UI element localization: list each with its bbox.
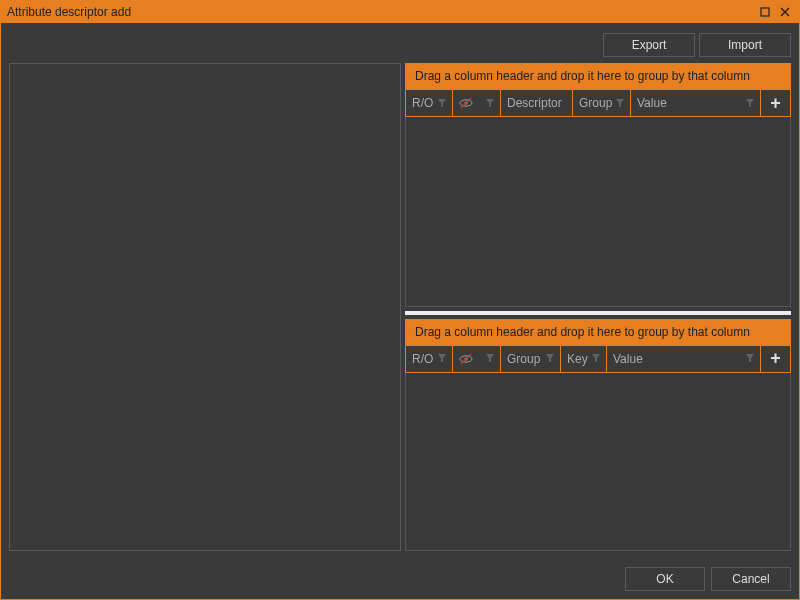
grid-body-bottom[interactable] [405,373,791,551]
close-button[interactable] [777,4,793,20]
filter-icon[interactable] [486,98,494,109]
content-area: Drag a column header and drop it here to… [1,63,799,559]
col-label: Group [507,352,540,366]
group-by-bar-top[interactable]: Drag a column header and drop it here to… [405,63,791,89]
col-label: Value [637,96,667,110]
descriptor-grid: Drag a column header and drop it here to… [405,63,791,307]
add-row-button[interactable]: + [761,89,791,117]
eye-slash-icon [459,96,473,110]
left-tree-panel[interactable] [9,63,401,551]
keyvalue-grid: Drag a column header and drop it here to… [405,319,791,551]
filter-icon[interactable] [546,353,554,364]
svg-marker-8 [616,99,624,107]
col-header-hidden[interactable] [453,89,501,117]
dialog-window: Attribute descriptor add Export Import D… [0,0,800,600]
col-header-group[interactable]: Group [573,89,631,117]
grid-header-row: R/O [405,345,791,373]
col-label: Group [579,96,612,110]
col-label: Key [567,352,588,366]
grid-header-row: R/O [405,89,791,117]
svg-marker-16 [592,354,600,362]
col-header-ro[interactable]: R/O [405,89,453,117]
filter-icon[interactable] [438,98,446,109]
col-header-descriptor[interactable]: Descriptor [501,89,573,117]
close-icon [780,7,790,17]
dialog-footer: OK Cancel [1,559,799,599]
col-label: R/O [412,352,433,366]
maximize-icon [760,7,770,17]
svg-marker-10 [438,354,446,362]
right-panel: Drag a column header and drop it here to… [405,63,791,551]
svg-marker-17 [746,354,754,362]
svg-marker-3 [438,99,446,107]
filter-icon[interactable] [438,353,446,364]
grid-body-top[interactable] [405,117,791,307]
ok-button[interactable]: OK [625,567,705,591]
toolbar: Export Import [1,23,799,63]
svg-marker-9 [746,99,754,107]
col-header-value[interactable]: Value [631,89,761,117]
window-title: Attribute descriptor add [7,5,753,19]
export-button[interactable]: Export [603,33,695,57]
col-label: Descriptor [507,96,562,110]
col-header-ro[interactable]: R/O [405,345,453,373]
filter-icon[interactable] [746,353,754,364]
filter-icon[interactable] [592,353,600,364]
group-by-bar-bottom[interactable]: Drag a column header and drop it here to… [405,319,791,345]
cancel-button[interactable]: Cancel [711,567,791,591]
col-header-key[interactable]: Key [561,345,607,373]
maximize-button[interactable] [757,4,773,20]
titlebar[interactable]: Attribute descriptor add [1,1,799,23]
filter-icon[interactable] [746,98,754,109]
svg-marker-7 [486,99,494,107]
import-button[interactable]: Import [699,33,791,57]
svg-marker-14 [486,354,494,362]
col-label: Value [613,352,643,366]
add-row-button[interactable]: + [761,345,791,373]
col-label: R/O [412,96,433,110]
filter-icon[interactable] [616,98,624,109]
horizontal-splitter[interactable] [405,311,791,315]
svg-rect-0 [761,8,769,16]
filter-icon[interactable] [486,353,494,364]
col-header-group[interactable]: Group [501,345,561,373]
svg-marker-15 [546,354,554,362]
eye-slash-icon [459,352,473,366]
col-header-value[interactable]: Value [607,345,761,373]
col-header-hidden[interactable] [453,345,501,373]
